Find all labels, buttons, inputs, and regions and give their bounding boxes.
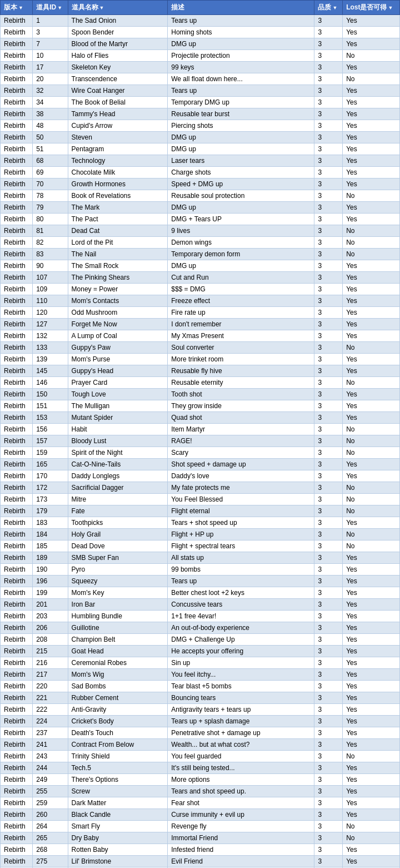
column-header-3[interactable]: 描述 xyxy=(168,1,314,15)
sort-icon: ▼ xyxy=(18,5,23,11)
table-row: Rebirth183ToothpicksTears + shot speed u… xyxy=(1,517,400,529)
cell-34-2: Mutant Spider xyxy=(68,412,168,424)
cell-29-4: 3 xyxy=(314,354,343,365)
cell-29-0: Rebirth xyxy=(1,354,33,365)
cell-25-0: Rebirth xyxy=(1,307,33,319)
cell-70-2: Dry Baby xyxy=(68,832,168,844)
cell-60-2: Cricket's Body xyxy=(68,716,168,727)
cell-26-5: Yes xyxy=(343,319,400,330)
cell-65-2: There's Options xyxy=(68,774,168,786)
cell-12-3: Laser tears xyxy=(168,155,314,167)
cell-7-0: Rebirth xyxy=(1,97,33,108)
cell-24-1: 110 xyxy=(33,295,68,307)
cell-1-5: Yes xyxy=(343,27,400,38)
cell-12-2: Technology xyxy=(68,155,168,167)
cell-9-5: Yes xyxy=(343,120,400,132)
cell-55-3: Sin up xyxy=(168,657,314,669)
cell-57-2: Sad Bombs xyxy=(68,681,168,692)
cell-5-4: 3 xyxy=(314,73,343,85)
cell-8-1: 38 xyxy=(33,108,68,120)
cell-61-4: 3 xyxy=(314,727,343,739)
cell-23-2: Money = Power xyxy=(68,284,168,295)
cell-56-0: Rebirth xyxy=(1,669,33,681)
table-row: Rebirth133Guppy's PawSoul converter3No xyxy=(1,342,400,354)
cell-70-4: 3 xyxy=(314,832,343,844)
cell-34-4: 3 xyxy=(314,412,343,424)
cell-10-1: 50 xyxy=(33,132,68,143)
cell-54-0: Rebirth xyxy=(1,646,33,657)
cell-47-4: 3 xyxy=(314,564,343,576)
cell-65-1: 249 xyxy=(33,774,68,786)
table-row: Rebirth109Money = Power$$$ = DMG3Yes xyxy=(1,284,400,295)
cell-31-3: Reusable eternity xyxy=(168,377,314,389)
column-header-4[interactable]: 品质▼ xyxy=(314,1,343,15)
cell-35-4: 3 xyxy=(314,424,343,435)
cell-61-5: Yes xyxy=(343,727,400,739)
cell-69-5: No xyxy=(343,821,400,832)
cell-6-3: Tears up xyxy=(168,85,314,97)
cell-46-1: 189 xyxy=(33,552,68,564)
cell-3-5: No xyxy=(343,50,400,62)
cell-23-1: 109 xyxy=(33,284,68,295)
cell-72-3: Evil Friend xyxy=(168,856,314,867)
cell-33-4: 3 xyxy=(314,400,343,412)
table-row: Rebirth221Rubber CementBouncing tears3Ye… xyxy=(1,692,400,704)
cell-56-5: Yes xyxy=(343,669,400,681)
cell-29-3: More trinket room xyxy=(168,354,314,365)
cell-24-0: Rebirth xyxy=(1,295,33,307)
cell-59-2: Anti-Gravity xyxy=(68,704,168,716)
cell-49-2: Mom's Key xyxy=(68,587,168,599)
cell-44-5: No xyxy=(343,529,400,540)
table-row: Rebirth32Wire Coat HangerTears up3Yes xyxy=(1,85,400,97)
cell-7-4: 3 xyxy=(314,97,343,108)
cell-57-3: Tear blast +5 bombs xyxy=(168,681,314,692)
table-row: Rebirth139Mom's PurseMore trinket room3Y… xyxy=(1,354,400,365)
cell-1-2: Spoon Bender xyxy=(68,27,168,38)
cell-71-0: Rebirth xyxy=(1,844,33,856)
cell-39-2: Daddy Longlegs xyxy=(68,470,168,482)
cell-20-2: The Nail xyxy=(68,249,168,260)
column-header-2[interactable]: 道具名称▼ xyxy=(68,1,168,15)
cell-24-4: 3 xyxy=(314,295,343,307)
column-header-0[interactable]: 版本▼ xyxy=(1,1,33,15)
cell-36-3: RAGE! xyxy=(168,435,314,447)
table-row: Rebirth172Sacrificial DaggerMy fate prot… xyxy=(1,482,400,494)
cell-60-3: Tears up + splash damage xyxy=(168,716,314,727)
cell-59-3: Antigravity tears + tears up xyxy=(168,704,314,716)
cell-43-3: Tears + shot speed up xyxy=(168,517,314,529)
cell-0-1: 1 xyxy=(33,15,68,27)
table-row: Rebirth132A Lump of CoalMy Xmas Present3… xyxy=(1,330,400,342)
cell-0-2: The Sad Onion xyxy=(68,15,168,27)
cell-65-3: More options xyxy=(168,774,314,786)
cell-14-3: Speed + DMG up xyxy=(168,178,314,190)
cell-18-1: 81 xyxy=(33,225,68,237)
cell-45-2: Dead Dove xyxy=(68,540,168,552)
cell-54-2: Goat Head xyxy=(68,646,168,657)
cell-60-0: Rebirth xyxy=(1,716,33,727)
table-row: Rebirth90The Small RockDMG up3Yes xyxy=(1,260,400,272)
cell-25-5: Yes xyxy=(343,307,400,319)
table-row: Rebirth243Trinity ShieldYou feel guarded… xyxy=(1,751,400,762)
cell-35-0: Rebirth xyxy=(1,424,33,435)
cell-68-3: Curse immunity + evil up xyxy=(168,809,314,821)
cell-22-3: Cut and Run xyxy=(168,272,314,284)
cell-37-3: Scary xyxy=(168,447,314,459)
column-header-1[interactable]: 道具ID▼ xyxy=(33,1,68,15)
cell-23-4: 3 xyxy=(314,284,343,295)
cell-54-5: Yes xyxy=(343,646,400,657)
column-header-5[interactable]: Lost是否可得▼ xyxy=(343,1,400,15)
cell-52-4: 3 xyxy=(314,622,343,634)
cell-19-2: Lord of the Pit xyxy=(68,237,168,249)
cell-67-3: Fear shot xyxy=(168,797,314,809)
cell-71-1: 268 xyxy=(33,844,68,856)
cell-56-1: 217 xyxy=(33,669,68,681)
cell-42-5: No xyxy=(343,505,400,517)
table-row: Rebirth259Dark MatterFear shot3Yes xyxy=(1,797,400,809)
cell-48-3: Tears up xyxy=(168,576,314,587)
cell-45-5: No xyxy=(343,540,400,552)
cell-11-2: Pentagram xyxy=(68,143,168,155)
cell-36-2: Bloody Lust xyxy=(68,435,168,447)
cell-50-0: Rebirth xyxy=(1,599,33,611)
cell-5-0: Rebirth xyxy=(1,73,33,85)
cell-61-3: Penetrative shot + damage up xyxy=(168,727,314,739)
